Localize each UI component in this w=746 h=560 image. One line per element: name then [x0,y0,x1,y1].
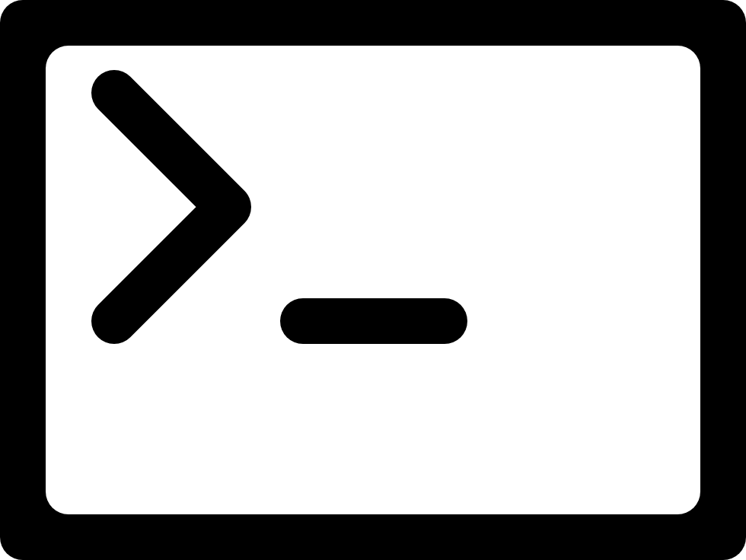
terminal-icon [0,0,746,560]
